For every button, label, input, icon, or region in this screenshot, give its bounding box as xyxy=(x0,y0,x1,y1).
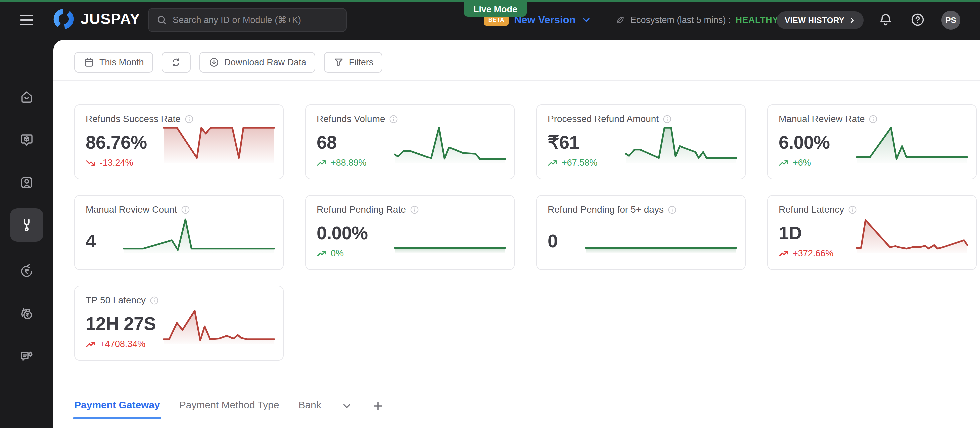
payout-bag-icon xyxy=(19,305,35,322)
download-icon xyxy=(208,57,220,68)
metric-card[interactable]: Refund Pending for 5+ days0 xyxy=(536,195,746,270)
info-icon[interactable] xyxy=(185,115,194,124)
refund-rupee-icon xyxy=(19,263,35,279)
info-icon[interactable] xyxy=(668,205,677,214)
metric-card-title: Refund Pending for 5+ days xyxy=(548,204,677,215)
metric-card[interactable]: TP 50 Latency12H 27S+4708.34% xyxy=(74,286,284,361)
add-tab-icon[interactable] xyxy=(372,400,384,412)
calendar-icon xyxy=(83,57,95,68)
metric-card[interactable]: Refunds Success Rate86.76%-13.24% xyxy=(74,104,284,179)
metric-card-title: Manual Review Count xyxy=(86,204,190,215)
sparkline-chart xyxy=(624,124,738,163)
app-root: JUSPAY Search any ID or Module (⌘+K) BET… xyxy=(0,0,980,428)
ecosystem-label: Ecosystem (last 5 mins) : xyxy=(630,15,731,25)
sparkline-chart xyxy=(855,124,969,163)
filters-button[interactable]: Filters xyxy=(324,52,383,73)
metric-card-title: Manual Review Rate xyxy=(779,114,878,124)
metric-card[interactable]: Refund Latency1D+372.66% xyxy=(767,195,977,270)
trend-up-icon xyxy=(548,159,558,167)
tabs-chevron-down-icon[interactable] xyxy=(340,400,353,412)
metric-card-trend: -13.24% xyxy=(86,158,133,168)
info-icon[interactable] xyxy=(869,115,878,124)
sidebar-item-tools[interactable] xyxy=(10,208,43,242)
metric-card[interactable]: Manual Review Count4 xyxy=(74,195,284,270)
ecosystem-health-badge: HEALTHY xyxy=(736,15,779,25)
sparkline-chart xyxy=(123,215,276,254)
metric-card-value: ₹61 xyxy=(548,132,579,153)
tabs-underline xyxy=(74,418,980,419)
feedback-gear-icon xyxy=(19,348,35,364)
toolbar: This Month Download Raw Data Filters xyxy=(74,52,382,73)
modules-cube-icon xyxy=(19,132,35,148)
metric-card[interactable]: Refunds Volume68+88.89% xyxy=(305,104,515,179)
toolbar-divider xyxy=(53,80,980,81)
download-raw-data-button[interactable]: Download Raw Data xyxy=(199,52,315,73)
sidebar-item-feedback[interactable] xyxy=(10,340,43,373)
metric-cards-grid: Refunds Success Rate86.76%-13.24%Refunds… xyxy=(74,104,977,361)
hamburger-menu-icon[interactable] xyxy=(19,13,35,27)
metric-card-trend: +4708.34% xyxy=(86,339,145,349)
metric-card-title: Refunds Volume xyxy=(317,114,398,124)
trend-up-icon xyxy=(86,340,96,348)
metric-card[interactable]: Manual Review Rate6.00%+6% xyxy=(767,104,977,179)
sidebar-item-payouts[interactable] xyxy=(10,297,43,330)
sidebar-item-home[interactable] xyxy=(10,80,43,114)
info-icon[interactable] xyxy=(410,205,419,214)
help-button[interactable] xyxy=(909,11,926,28)
filter-funnel-icon xyxy=(333,57,344,68)
view-history-button[interactable]: VIEW HISTORY xyxy=(777,11,864,29)
tab-payment-method-type[interactable]: Payment Method Type xyxy=(179,399,279,418)
bell-icon xyxy=(878,12,893,27)
metric-card-value: 6.00% xyxy=(779,132,830,153)
trend-up-icon xyxy=(317,159,327,167)
notifications-button[interactable] xyxy=(877,11,894,28)
user-avatar[interactable]: PS xyxy=(941,11,960,30)
tab-bank[interactable]: Bank xyxy=(298,399,321,418)
date-range-button[interactable]: This Month xyxy=(74,52,153,73)
sparkline-chart xyxy=(162,124,276,163)
sparkline-chart xyxy=(162,305,276,345)
sparkline-chart xyxy=(584,215,738,254)
metric-card-title: Processed Refund Amount xyxy=(548,114,672,124)
info-icon[interactable] xyxy=(848,205,857,214)
metric-card-trend: +67.58% xyxy=(548,158,597,168)
info-icon[interactable] xyxy=(150,296,159,305)
info-icon[interactable] xyxy=(389,115,398,124)
help-icon xyxy=(910,12,925,27)
info-icon[interactable] xyxy=(663,115,672,124)
search-icon xyxy=(156,14,167,25)
metric-card-trend: +88.89% xyxy=(317,158,366,168)
search-placeholder: Search any ID or Module (⌘+K) xyxy=(173,15,301,25)
trend-down-icon xyxy=(86,159,96,167)
metric-card-value: 12H 27S xyxy=(86,313,156,334)
metric-card-title: Refund Pending Rate xyxy=(317,204,419,215)
metric-card[interactable]: Refund Pending Rate0.00%0% xyxy=(305,195,515,270)
leaf-icon xyxy=(615,15,626,25)
sidebar-item-modules[interactable] xyxy=(10,123,43,157)
chevron-right-icon xyxy=(848,17,856,24)
metric-card-value: 4 xyxy=(86,230,95,252)
brand-name: JUSPAY xyxy=(81,10,140,28)
metric-card-value: 0.00% xyxy=(317,222,368,243)
info-icon[interactable] xyxy=(181,205,190,214)
search-input[interactable]: Search any ID or Module (⌘+K) xyxy=(148,8,347,32)
ecosystem-status: Ecosystem (last 5 mins) : HEALTHY xyxy=(615,0,779,40)
home-icon xyxy=(19,89,35,105)
metric-card-value: 1D xyxy=(779,222,802,243)
trend-up-icon xyxy=(779,249,789,258)
metric-card[interactable]: Processed Refund Amount₹61+67.58% xyxy=(536,104,746,179)
metric-card-title: Refunds Success Rate xyxy=(86,114,194,124)
chevron-down-icon[interactable] xyxy=(581,15,592,25)
brand-logo[interactable]: JUSPAY xyxy=(52,8,140,30)
metric-card-title: TP 50 Latency xyxy=(86,295,159,305)
metric-card-title: Refund Latency xyxy=(779,204,857,215)
metric-card-value: 68 xyxy=(317,132,337,153)
tab-payment-gateway[interactable]: Payment Gateway xyxy=(74,399,160,418)
wrench-icon xyxy=(19,217,35,233)
user-card-icon xyxy=(19,175,35,191)
refresh-button[interactable] xyxy=(162,52,191,73)
sidebar-item-customers[interactable] xyxy=(10,166,43,199)
sparkline-chart xyxy=(393,124,507,163)
sidebar-item-refunds[interactable] xyxy=(10,255,43,288)
main-panel: This Month Download Raw Data Filters Ref… xyxy=(53,40,980,428)
